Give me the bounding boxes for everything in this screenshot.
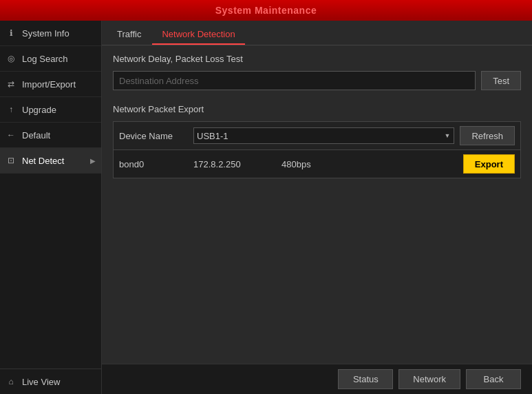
sidebar-item-system-info[interactable]: ℹ System Info [0, 21, 101, 46]
sidebar-arrow-icon: ▶ [90, 157, 96, 165]
sidebar-item-label: Import/Export [22, 79, 76, 90]
main-layout: ℹ System Info ◎ Log Search ⇄ Import/Expo… [0, 21, 532, 394]
import-export-icon: ⇄ [6, 79, 17, 90]
status-button[interactable]: Status [338, 369, 393, 389]
window-title: System Maintenance [215, 5, 317, 16]
sidebar: ℹ System Info ◎ Log Search ⇄ Import/Expo… [0, 21, 102, 394]
test-button[interactable]: Test [481, 71, 521, 90]
table-row: bond0 172.8.2.250 480bps Export [113, 150, 521, 178]
device-name-label: Device Name [119, 131, 188, 141]
default-icon: ← [6, 129, 17, 141]
sidebar-item-live-view[interactable]: ⌂ Live View [0, 369, 101, 394]
tab-network-detection[interactable]: Network Detection [152, 25, 244, 45]
sidebar-item-label: Upgrade [22, 105, 56, 115]
device-select[interactable]: USB1-1 USB1-2 [193, 127, 454, 144]
sidebar-item-default[interactable]: ← Default [0, 123, 101, 148]
sidebar-item-label: Default [22, 130, 50, 141]
refresh-button[interactable]: Refresh [460, 126, 515, 145]
tab-traffic[interactable]: Traffic [107, 25, 151, 45]
system-info-icon: ℹ [6, 28, 17, 39]
network-button[interactable]: Network [398, 369, 460, 389]
sidebar-item-upgrade[interactable]: ↑ Upgrade [0, 97, 101, 123]
net-detect-icon: ⊡ [6, 155, 17, 166]
sidebar-item-label: Live View [22, 377, 60, 387]
back-button[interactable]: Back [466, 369, 521, 389]
device-select-wrapper: USB1-1 USB1-2 [193, 127, 454, 144]
sidebar-item-label: Log Search [22, 54, 68, 64]
sidebar-item-label: System Info [22, 28, 70, 39]
destination-address-input[interactable] [113, 71, 476, 90]
content-area: Traffic Network Detection Network Delay,… [102, 21, 532, 394]
live-view-icon: ⌂ [6, 376, 17, 387]
log-search-icon: ◎ [6, 53, 17, 64]
device-name-cell: bond0 [119, 159, 188, 169]
content-body: Network Delay, Packet Loss Test Test Net… [102, 45, 532, 364]
network-packet-export-title: Network Packet Export [113, 104, 521, 114]
tab-bar: Traffic Network Detection [102, 21, 532, 45]
bottom-bar: Status Network Back [102, 364, 532, 394]
device-header-row: Device Name USB1-1 USB1-2 Refresh [113, 121, 521, 150]
destination-row: Test [113, 71, 521, 90]
export-button[interactable]: Export [463, 154, 515, 174]
sidebar-item-log-search[interactable]: ◎ Log Search [0, 46, 101, 72]
title-bar: System Maintenance [0, 0, 532, 21]
speed-cell: 480bps [281, 159, 458, 169]
sidebar-item-label: Net Detect [22, 156, 64, 166]
sidebar-item-import-export[interactable]: ⇄ Import/Export [0, 72, 101, 97]
sidebar-item-net-detect[interactable]: ⊡ Net Detect ▶ [0, 148, 101, 174]
upgrade-icon: ↑ [6, 104, 17, 115]
network-delay-title: Network Delay, Packet Loss Test [113, 54, 521, 64]
ip-address-cell: 172.8.2.250 [193, 159, 276, 169]
